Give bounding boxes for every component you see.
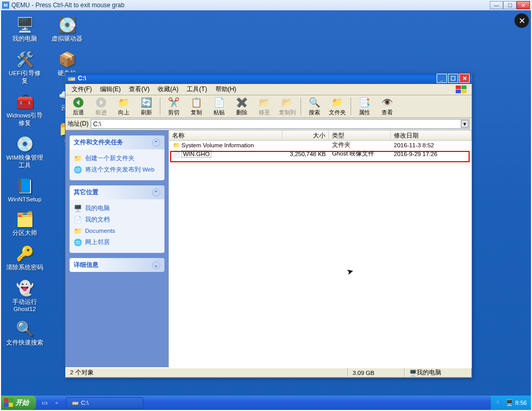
explorer-titlebar[interactable]: C:\ _ ☐ ✕ bbox=[65, 73, 472, 84]
refresh-button[interactable]: 🔄刷新 bbox=[136, 96, 157, 117]
col-size[interactable]: 大小 bbox=[282, 130, 329, 140]
wim-tool-icon[interactable]: 💿WIM映像管理工具 bbox=[6, 134, 43, 169]
menu-edit[interactable]: 编辑(E) bbox=[96, 84, 125, 95]
expand-icon[interactable]: ⌄ bbox=[152, 261, 160, 269]
ghost-icon[interactable]: 👻手动运行Ghost12 bbox=[6, 279, 43, 312]
qemu-window: M QEMU - Press Ctrl-Alt to exit mouse gr… bbox=[0, 0, 532, 411]
svg-rect-2 bbox=[456, 85, 461, 89]
moveto-button[interactable]: 📂移至 bbox=[254, 96, 275, 117]
properties-button[interactable]: 📑属性 bbox=[354, 96, 375, 117]
places-panel-header[interactable]: 其它位置 ⌃ bbox=[70, 185, 164, 199]
create-folder-link[interactable]: 📁创建一个新文件夹 bbox=[74, 152, 160, 164]
menu-view[interactable]: 查看(V) bbox=[125, 84, 154, 95]
col-type[interactable]: 类型 bbox=[329, 130, 391, 140]
drive-icon bbox=[72, 400, 79, 406]
globe-icon: 🌐 bbox=[74, 165, 82, 174]
tray-monitor-icon[interactable]: 🖥️ bbox=[505, 399, 513, 407]
collapse-icon[interactable]: ⌃ bbox=[152, 139, 160, 147]
explorer-maximize-button[interactable]: ☐ bbox=[448, 74, 458, 83]
address-input[interactable] bbox=[91, 119, 470, 129]
winntsetup-icon[interactable]: 📘WinNTSetup bbox=[6, 177, 43, 202]
overlay-close-button[interactable]: ✕ bbox=[514, 13, 529, 28]
taskbar: 开始 ▭ ▫ C:\ 🔷 🖥️ 8:56 bbox=[1, 396, 531, 410]
toolbar-separator bbox=[160, 98, 160, 115]
file-search-icon[interactable]: 🔍文件快速搜索 bbox=[6, 319, 43, 347]
status-objects: 2 个对象 bbox=[65, 368, 348, 378]
table-row[interactable]: 📁System Volume Information 文件夹 2016-11-3… bbox=[169, 141, 472, 149]
svg-rect-11 bbox=[9, 403, 13, 407]
details-panel-header[interactable]: 详细信息 ⌄ bbox=[70, 258, 164, 272]
svg-rect-9 bbox=[9, 398, 13, 402]
computer-icon: 🖥️ bbox=[409, 369, 417, 376]
col-name[interactable]: 名称 bbox=[169, 130, 282, 140]
col-modified[interactable]: 修改日期 bbox=[391, 130, 472, 140]
drive-icon bbox=[68, 75, 76, 82]
desktop-icons-col1: 🖥️我的电脑 🛠️UEFI引导修复 🧰Widnows引导修复 💿WIM映像管理工… bbox=[6, 15, 43, 347]
document-icon: 📄 bbox=[74, 215, 82, 224]
back-button[interactable]: 后退 bbox=[68, 96, 89, 117]
svg-rect-10 bbox=[4, 403, 8, 407]
desktop[interactable]: ✕ 🖥️我的电脑 🛠️UEFI引导修复 🧰Widnows引导修复 💿WIM映像管… bbox=[1, 10, 531, 410]
partition-master-icon[interactable]: 🗂️分区大师 bbox=[6, 210, 43, 237]
table-row[interactable]: 📄WIN.GHO 3,250,748 KB Ghost 映像文件 2016-9-… bbox=[169, 149, 472, 158]
search-button[interactable]: 🔍搜索 bbox=[304, 96, 325, 117]
copy-button[interactable]: 📋复制 bbox=[186, 96, 207, 117]
cut-button[interactable]: ✂️剪切 bbox=[163, 96, 185, 117]
explorer-title: C:\ bbox=[78, 75, 86, 82]
virtual-drive-icon[interactable]: 💽虚拟驱动器 bbox=[48, 15, 86, 43]
svg-rect-12 bbox=[72, 402, 78, 405]
clear-password-icon[interactable]: 🔑清除系统密码 bbox=[6, 244, 43, 271]
delete-button[interactable]: ✖️删除 bbox=[231, 96, 253, 117]
explorer-statusbar: 2 个对象 3.09 GB 🖥️ 我的电脑 bbox=[65, 367, 472, 378]
qemu-minimize-button[interactable]: — bbox=[490, 1, 503, 9]
address-dropdown-button[interactable]: ▼ bbox=[461, 120, 469, 128]
gho-file-icon: 📄 bbox=[172, 150, 180, 158]
show-desktop-icon[interactable]: ▭ bbox=[39, 398, 49, 408]
explorer-toolbar: 后退 前进 📁向上 🔄刷新 ✂️剪切 📋复制 📄粘贴 ✖️删除 📂移至 📂复制到… bbox=[65, 95, 472, 118]
qemu-close-button[interactable]: ✕ bbox=[517, 1, 530, 9]
file-list[interactable]: 📁System Volume Information 文件夹 2016-11-3… bbox=[169, 141, 472, 367]
qemu-titlebar: M QEMU - Press Ctrl-Alt to exit mouse gr… bbox=[0, 0, 532, 10]
explorer-minimize-button[interactable]: _ bbox=[437, 74, 447, 83]
svg-rect-4 bbox=[456, 90, 461, 93]
menu-tools[interactable]: 工具(T) bbox=[182, 84, 211, 95]
folders-button[interactable]: 📁文件夹 bbox=[326, 96, 348, 117]
folder-icon: 📁 bbox=[172, 142, 180, 149]
network-icon: 🌐 bbox=[74, 238, 82, 246]
paste-button[interactable]: 📄粘贴 bbox=[208, 96, 230, 117]
views-button[interactable]: 👁️查看 bbox=[376, 96, 398, 117]
windows-logo-icon bbox=[453, 85, 470, 94]
menu-help[interactable]: 帮助(H) bbox=[211, 84, 241, 95]
start-button[interactable]: 开始 bbox=[1, 396, 36, 410]
qemu-icon: M bbox=[2, 2, 9, 9]
address-bar: 地址(D) ▼ bbox=[65, 118, 472, 130]
qemu-maximize-button[interactable]: ☐ bbox=[503, 1, 517, 9]
tray-icon[interactable]: 🔷 bbox=[495, 399, 503, 407]
menu-favorites[interactable]: 收藏(A) bbox=[154, 84, 182, 95]
documents-link[interactable]: 📁Documents bbox=[74, 225, 160, 236]
copyto-button[interactable]: 📂复制到 bbox=[276, 96, 298, 117]
my-computer-icon[interactable]: 🖥️我的电脑 bbox=[6, 15, 43, 43]
clock[interactable]: 8:56 bbox=[516, 400, 527, 406]
up-button[interactable]: 📁向上 bbox=[113, 96, 135, 117]
network-places-link[interactable]: 🌐网上邻居 bbox=[74, 236, 160, 248]
computer-icon: 🖥️ bbox=[74, 204, 82, 212]
status-size: 3.09 GB bbox=[348, 368, 405, 378]
my-computer-link[interactable]: 🖥️我的电脑 bbox=[74, 202, 160, 214]
file-pane: 名称 大小 类型 修改日期 📁System Volume Information… bbox=[169, 130, 472, 367]
tasks-panel-header[interactable]: 文件和文件夹任务 ⌃ bbox=[70, 135, 164, 149]
my-documents-link[interactable]: 📄我的文档 bbox=[74, 214, 160, 225]
taskbar-item-explorer[interactable]: C:\ bbox=[66, 397, 143, 408]
forward-button[interactable]: 前进 bbox=[90, 96, 112, 117]
qemu-title: QEMU - Press Ctrl-Alt to exit mouse grab bbox=[11, 2, 124, 9]
collapse-icon[interactable]: ⌃ bbox=[152, 189, 160, 197]
explorer-close-button[interactable]: ✕ bbox=[459, 74, 470, 83]
svg-rect-3 bbox=[461, 85, 467, 89]
menu-file[interactable]: 文件(F) bbox=[68, 84, 96, 95]
windows-repair-icon[interactable]: 🧰Widnows引导修复 bbox=[6, 92, 43, 127]
uefi-repair-icon[interactable]: 🛠️UEFI引导修复 bbox=[6, 50, 43, 85]
toolbar-separator bbox=[351, 98, 351, 115]
quick-launch: ▭ ▫ bbox=[36, 398, 65, 408]
publish-web-link[interactable]: 🌐将这个文件夹发布到 Web bbox=[74, 164, 160, 175]
quick-launch-icon[interactable]: ▫ bbox=[52, 398, 62, 408]
